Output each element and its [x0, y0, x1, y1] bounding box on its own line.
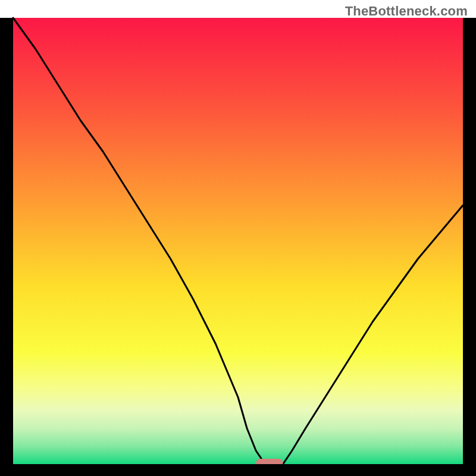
frame-left [0, 18, 13, 476]
watermark-text: TheBottleneck.com [345, 4, 468, 19]
frame-right [463, 18, 476, 476]
chart-container: TheBottleneck.com [0, 0, 476, 476]
bottleneck-chart [0, 0, 476, 476]
frame-bottom [0, 464, 476, 476]
